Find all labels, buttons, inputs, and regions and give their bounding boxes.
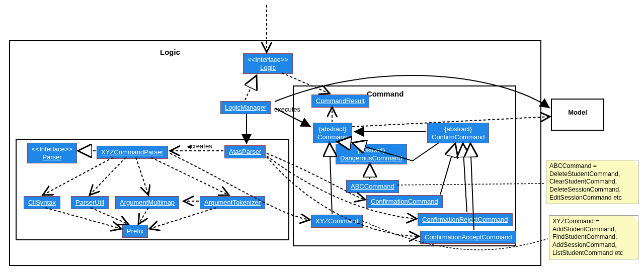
abc-note: ABCCommand = DeleteStudentCommand, Clear… [546,160,638,204]
xyz-command-text: XYZCommand [315,217,358,225]
command-result-text: CommandResult [316,97,365,105]
abstract-dangerous-node: {abstract} DangerousCommand [336,144,407,164]
model-label: Model [552,100,603,116]
parser-util-node: ParserUtil [71,196,109,209]
parser-interface-node: <<Interface>> Parser [27,143,77,163]
abc-command-text: ABCCommand [351,183,394,190]
cli-syntax-node: CliSyntax [24,196,60,209]
argument-multimap-text: ArgumentMultimap [120,199,175,206]
confirmation-accept-node: ConfirmationAcceptCommand [420,231,516,244]
atas-parser-text: AtasParser [229,148,261,155]
xyz-command-node: XYZCommand [311,215,363,228]
parser-util-text: ParserUtil [75,199,104,206]
abstract-confirm-node: {abstract} ConfirmCommand [427,123,489,143]
confirmation-accept-text: ConfirmationAcceptCommand [425,233,512,241]
prefix-text: Prefix [127,227,143,235]
logic-interface-line2: Logic [260,64,276,71]
xyz-note: XYZCommand = AddStudentCommand, FindStud… [549,215,638,259]
confirmation-command-text: ConfirmationCommand [371,198,438,205]
logic-package-label: Logic [160,48,180,56]
creates-label: ◀creates [187,142,212,150]
abstract-command-l1: {abstract} [319,125,347,133]
model-box: Model [551,99,604,131]
logic-manager-text: LogicManager [225,104,266,111]
confirmation-reject-node: ConfirmationRejectCommand [418,213,513,226]
command-package-label: Command [367,89,404,98]
confirmation-reject-text: ConfirmationRejectCommand [422,216,508,223]
abstract-command-l2: Command [317,133,348,141]
parser-l2: Parser [42,153,61,161]
argument-tokenizer-node: ArgumentTokenizer [200,196,265,209]
logic-manager-node: LogicManager [220,101,271,114]
xyz-parser-node: XYZCommandParser [97,146,168,159]
argument-tokenizer-text: ArgumentTokenizer [204,199,261,206]
confirmation-command-node: ConfirmationCommand [366,195,443,208]
parser-l1: <<Interface>> [32,145,72,153]
abstract-confirm-l2: ConfirmCommand [432,133,485,141]
logic-interface-line1: <<Interface>> [248,56,288,63]
abstract-confirm-l1: {abstract} [444,125,472,133]
prefix-node: Prefix [122,225,148,238]
logic-interface-node: <<Interface>> Logic [243,53,293,74]
abstract-dangerous-l1: {abstract} [357,146,385,154]
atas-parser-node: AtasParser [224,145,266,158]
command-result-node: CommandResult [311,95,369,108]
abstract-dangerous-l2: DangerousCommand [340,154,403,162]
xyz-parser-text: XYZCommandParser [101,148,164,156]
executes-label: executes [274,106,300,113]
argument-multimap-node: ArgumentMultimap [115,196,179,209]
abstract-command-node: {abstract} Command [313,123,352,143]
abc-command-node: ABCCommand [346,180,399,193]
cli-syntax-text: CliSyntax [28,199,56,206]
